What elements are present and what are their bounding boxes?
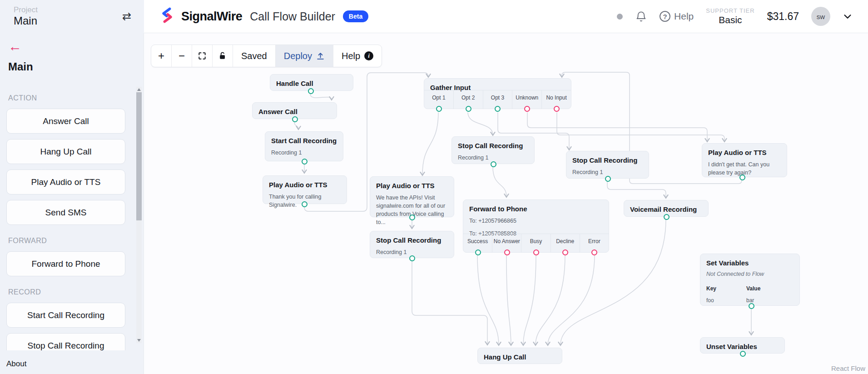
support-tier-value: Basic [706,14,754,25]
output-handle[interactable] [466,106,471,112]
deploy-button[interactable]: Deploy [276,45,333,67]
toolbar-help-button[interactable]: Help i [333,45,382,67]
lock-button[interactable] [213,45,233,67]
upload-icon [316,52,325,60]
sidebar-scrollbar[interactable] [136,87,142,343]
flow-node-handle-call[interactable]: Handle Call [270,74,353,91]
flow-node-stop-call-recording-3[interactable]: Stop Call Recording Recording 1 [370,231,454,258]
output-handle[interactable] [302,159,308,165]
project-swap-icon[interactable]: ⇄ [122,10,131,23]
project-name: Main [14,15,38,27]
output-opt-3: Opt 3 [483,90,513,109]
output-handle[interactable] [504,249,510,255]
palette-item-hang-up-call[interactable]: Hang Up Call [6,139,125,164]
save-status: Saved [233,45,276,67]
scrollbar-thumb[interactable] [136,92,142,220]
flow-node-forward-to-phone[interactable]: Forward to Phone To: +12057966865 To: +1… [463,199,609,253]
palette-item-start-call-recording[interactable]: Start Call Recording [6,303,125,328]
account-balance: $31.67 [767,10,799,23]
flow-node-set-variables[interactable]: Set Variables Not Connected to Flow Key … [700,254,800,306]
output-handle[interactable] [436,106,442,112]
output-handle[interactable] [664,214,670,220]
app-header: Project Main ⇄ SignalWire Call Flow Buil… [0,0,868,33]
output-handle[interactable] [308,88,314,94]
product-name: Call Flow Builder [250,10,335,23]
sidebar: ← Main ACTION Answer Call Hang Up Call P… [0,33,144,374]
output-handle[interactable] [605,176,611,182]
output-handle[interactable] [739,175,745,180]
status-dot [617,14,623,20]
section-label-forward: FORWARD [8,237,125,245]
output-handle[interactable] [292,116,298,122]
output-handle[interactable] [749,303,754,309]
kv-row: foo bar [700,297,799,304]
palette-item-forward-to-phone[interactable]: Forward to Phone [6,251,125,276]
flow-node-play-audio-tts-retry[interactable]: Play Audio or TTS I didn't get that. Can… [702,143,787,177]
output-handle[interactable] [302,201,308,207]
question-circle-icon: ? [660,11,670,22]
account-menu-chevron[interactable] [843,11,853,21]
flow-node-gather-input[interactable]: Gather Input Opt 1 Opt 2 Opt 3 Unknown N… [424,78,571,109]
flow-node-stop-call-recording-1[interactable]: Stop Call Recording Recording 1 [451,136,535,164]
output-opt-1: Opt 1 [424,90,454,109]
flow-node-voicemail-recording[interactable]: Voicemail Recording [624,200,709,217]
output-no-answer: No Answer [492,234,521,252]
output-handle[interactable] [524,106,530,112]
project-switcher: Project Main ⇄ [0,0,144,33]
flow-canvas[interactable]: + − Saved Deploy Help i Handle Ca [144,33,868,374]
brand-name: SignalWire [181,10,242,24]
palette-item-send-sms[interactable]: Send SMS [6,200,125,225]
avatar[interactable]: sw [811,7,830,26]
sidebar-title: Main [8,60,33,73]
palette-item-answer-call[interactable]: Answer Call [6,109,125,134]
scroll-down-icon[interactable] [137,339,141,342]
palette-item-play-audio-or-tts[interactable]: Play Audio or TTS [6,170,125,194]
output-handle[interactable] [409,255,415,261]
toolbar-help-label: Help [342,51,360,61]
flow-node-hang-up-call[interactable]: Hang Up Call [477,348,562,364]
output-handle[interactable] [554,106,560,112]
info-icon: i [364,51,373,60]
output-handle[interactable] [409,214,415,220]
output-handle[interactable] [495,106,501,112]
fit-view-button[interactable] [192,45,213,67]
help-label: Help [674,11,694,22]
section-label-record: RECORD [8,288,125,296]
fullscreen-icon [198,51,207,60]
signalwire-logo-icon [159,7,175,25]
output-handle[interactable] [475,249,481,255]
output-no-input: No Input [542,90,571,109]
scroll-up-icon[interactable] [137,88,141,91]
flow-node-start-call-recording[interactable]: Start Call Recording Recording 1 [265,131,343,161]
output-success: Success [463,234,492,252]
palette-item-stop-call-recording[interactable]: Stop Call Recording [6,333,125,350]
output-handle[interactable] [491,161,496,167]
flow-node-answer-call[interactable]: Answer Call [252,102,337,119]
output-handle[interactable] [591,249,597,255]
flow-node-stop-call-recording-2[interactable]: Stop Call Recording Recording 1 [566,151,649,179]
about-link[interactable]: About [6,359,26,369]
bell-icon [635,10,647,23]
canvas-toolbar: + − Saved Deploy Help i [151,45,382,67]
notifications-button[interactable] [635,10,647,23]
output-handle[interactable] [562,249,568,255]
output-error: Error [580,234,609,252]
zoom-out-button[interactable]: − [172,45,192,67]
deploy-label: Deploy [284,51,312,61]
support-tier-label: SUPPORT TIER [706,7,754,15]
node-palette: ACTION Answer Call Hang Up Call Play Aud… [0,84,134,350]
project-label: Project [14,5,38,15]
zoom-in-button[interactable]: + [151,45,172,67]
help-button[interactable]: ? Help [660,11,694,22]
flow-node-play-audio-tts-apis[interactable]: Play Audio or TTS We have the APIs! Visi… [370,176,454,217]
back-button[interactable]: ← [8,40,22,53]
beta-badge: Beta [343,10,368,22]
output-handle[interactable] [533,249,539,255]
kv-value-header: Value [746,285,760,292]
flow-node-play-audio-tts-thanks[interactable]: Play Audio or TTS Thank you for calling … [263,175,347,204]
flow-node-unset-variables[interactable]: Unset Variables [700,337,785,354]
support-tier: SUPPORT TIER Basic [706,7,754,26]
output-busy: Busy [521,234,551,252]
section-label-action: ACTION [8,94,125,102]
output-handle[interactable] [740,351,746,357]
